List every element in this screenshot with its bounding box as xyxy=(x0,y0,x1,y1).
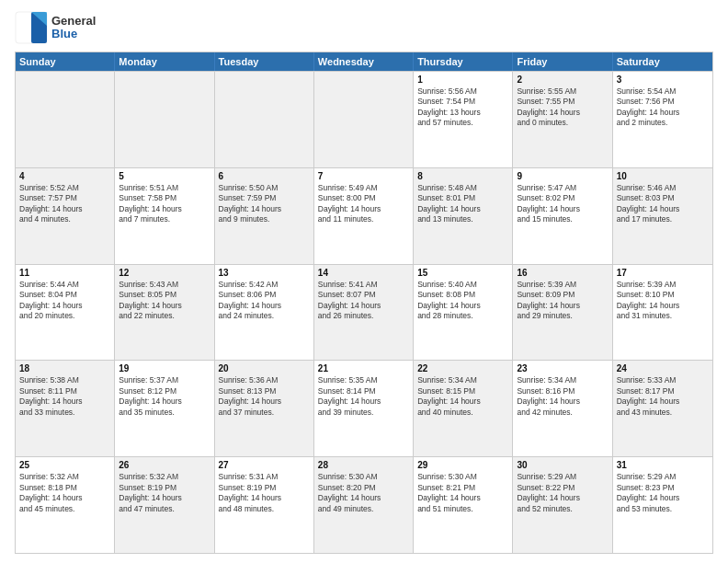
empty-cell xyxy=(314,72,414,167)
cell-line: Sunrise: 5:52 AM xyxy=(19,183,110,193)
cell-line: Sunrise: 5:41 AM xyxy=(318,280,409,290)
day-number: 26 xyxy=(119,460,210,470)
cell-line: Sunset: 8:10 PM xyxy=(617,290,709,300)
day-cell-18: 18Sunrise: 5:38 AMSunset: 8:11 PMDayligh… xyxy=(16,361,115,456)
day-number: 21 xyxy=(318,363,409,373)
day-cell-9: 9Sunrise: 5:47 AMSunset: 8:02 PMDaylight… xyxy=(513,168,612,264)
day-number: 29 xyxy=(417,460,508,470)
cell-line: Sunset: 8:15 PM xyxy=(417,386,508,396)
day-cell-30: 30Sunrise: 5:29 AMSunset: 8:22 PMDayligh… xyxy=(513,457,612,553)
cell-line: Sunrise: 5:48 AM xyxy=(417,183,508,193)
day-number: 15 xyxy=(417,268,508,278)
cell-line: Sunset: 8:04 PM xyxy=(19,290,110,300)
week-row-2: 4Sunrise: 5:52 AMSunset: 7:57 PMDaylight… xyxy=(16,167,712,264)
cell-line: Daylight: 14 hours xyxy=(617,396,709,407)
cell-line: Sunrise: 5:30 AM xyxy=(417,472,508,482)
day-cell-24: 24Sunrise: 5:33 AMSunset: 8:17 PMDayligh… xyxy=(613,361,712,456)
week-row-3: 11Sunrise: 5:44 AMSunset: 8:04 PMDayligh… xyxy=(16,264,712,361)
day-cell-21: 21Sunrise: 5:35 AMSunset: 8:14 PMDayligh… xyxy=(314,361,414,456)
day-cell-16: 16Sunrise: 5:39 AMSunset: 8:09 PMDayligh… xyxy=(513,265,612,361)
cell-line: Sunset: 8:07 PM xyxy=(318,290,409,300)
cell-line: Daylight: 14 hours xyxy=(417,301,508,311)
cell-line: Sunset: 8:09 PM xyxy=(517,290,608,300)
cell-line: and 37 minutes. xyxy=(219,408,310,418)
cell-line: Sunset: 8:00 PM xyxy=(318,193,409,203)
day-number: 22 xyxy=(417,363,508,373)
empty-cell xyxy=(16,72,115,167)
header: General Blue xyxy=(15,11,713,44)
cell-line: Daylight: 14 hours xyxy=(617,204,709,214)
day-number: 13 xyxy=(219,268,310,278)
cell-line: and 13 minutes. xyxy=(417,214,508,224)
day-number: 6 xyxy=(219,171,310,181)
header-day-saturday: Saturday xyxy=(613,52,712,71)
calendar-body: 1Sunrise: 5:56 AMSunset: 7:54 PMDaylight… xyxy=(16,71,712,553)
day-number: 4 xyxy=(19,171,110,181)
cell-line: Sunset: 7:55 PM xyxy=(517,97,608,107)
cell-line: Sunrise: 5:29 AM xyxy=(617,472,709,482)
empty-cell xyxy=(115,72,214,167)
day-number: 8 xyxy=(417,171,508,181)
cell-line: and 39 minutes. xyxy=(318,408,409,418)
day-number: 23 xyxy=(517,363,608,373)
cell-line: and 11 minutes. xyxy=(318,214,409,224)
day-number: 20 xyxy=(219,363,310,373)
day-cell-10: 10Sunrise: 5:46 AMSunset: 8:03 PMDayligh… xyxy=(613,168,712,264)
cell-line: Sunrise: 5:54 AM xyxy=(617,86,709,97)
cell-line: Sunrise: 5:50 AM xyxy=(219,183,310,193)
empty-cell xyxy=(215,72,314,167)
cell-line: Sunset: 8:17 PM xyxy=(617,386,709,396)
cell-line: Sunset: 8:02 PM xyxy=(517,193,608,203)
day-cell-15: 15Sunrise: 5:40 AMSunset: 8:08 PMDayligh… xyxy=(414,265,513,361)
cell-line: Sunrise: 5:39 AM xyxy=(617,280,709,290)
page: General Blue SundayMondayTuesdayWednesda… xyxy=(0,0,728,563)
cell-line: Sunrise: 5:44 AM xyxy=(19,280,110,290)
cell-line: Sunrise: 5:32 AM xyxy=(119,472,210,482)
cell-line: and 33 minutes. xyxy=(19,408,110,418)
day-cell-7: 7Sunrise: 5:49 AMSunset: 8:00 PMDaylight… xyxy=(314,168,414,264)
cell-line: and 22 minutes. xyxy=(119,311,210,321)
logo-svg xyxy=(15,11,48,44)
cell-line: and 40 minutes. xyxy=(417,408,508,418)
day-number: 24 xyxy=(617,363,709,373)
day-number: 11 xyxy=(19,268,110,278)
week-row-4: 18Sunrise: 5:38 AMSunset: 8:11 PMDayligh… xyxy=(16,360,712,456)
cell-line: Daylight: 14 hours xyxy=(219,204,310,214)
cell-line: Sunrise: 5:33 AM xyxy=(617,375,709,385)
cell-line: Daylight: 14 hours xyxy=(19,493,110,503)
cell-line: Daylight: 14 hours xyxy=(19,301,110,311)
cell-line: Daylight: 14 hours xyxy=(119,301,210,311)
cell-line: Daylight: 14 hours xyxy=(119,396,210,407)
day-cell-17: 17Sunrise: 5:39 AMSunset: 8:10 PMDayligh… xyxy=(613,265,712,361)
cell-line: Daylight: 14 hours xyxy=(517,301,608,311)
cell-line: and 57 minutes. xyxy=(417,118,508,128)
cell-line: Daylight: 14 hours xyxy=(517,108,608,118)
day-cell-1: 1Sunrise: 5:56 AMSunset: 7:54 PMDaylight… xyxy=(414,72,513,167)
day-number: 12 xyxy=(119,268,210,278)
cell-line: Daylight: 14 hours xyxy=(318,493,409,503)
cell-line: and 49 minutes. xyxy=(318,504,409,514)
header-day-sunday: Sunday xyxy=(16,52,115,71)
cell-line: Sunrise: 5:35 AM xyxy=(318,375,409,385)
day-cell-11: 11Sunrise: 5:44 AMSunset: 8:04 PMDayligh… xyxy=(16,265,115,361)
cell-line: and 29 minutes. xyxy=(517,311,608,321)
cell-line: Sunset: 8:19 PM xyxy=(219,483,310,493)
cell-line: Sunset: 7:59 PM xyxy=(219,193,310,203)
day-number: 25 xyxy=(19,460,110,470)
day-number: 19 xyxy=(119,363,210,373)
day-number: 1 xyxy=(417,75,508,85)
day-cell-28: 28Sunrise: 5:30 AMSunset: 8:20 PMDayligh… xyxy=(314,457,414,553)
cell-line: Sunset: 8:13 PM xyxy=(219,386,310,396)
day-number: 16 xyxy=(517,268,608,278)
day-cell-2: 2Sunrise: 5:55 AMSunset: 7:55 PMDaylight… xyxy=(513,72,612,167)
cell-line: Sunrise: 5:51 AM xyxy=(119,183,210,193)
cell-line: Sunrise: 5:37 AM xyxy=(119,375,210,385)
day-number: 17 xyxy=(617,268,709,278)
cell-line: Sunset: 8:20 PM xyxy=(318,483,409,493)
logo-text: General Blue xyxy=(51,15,96,41)
cell-line: Sunset: 8:18 PM xyxy=(19,483,110,493)
header-day-monday: Monday xyxy=(115,52,214,71)
cell-line: Daylight: 14 hours xyxy=(318,396,409,407)
week-row-1: 1Sunrise: 5:56 AMSunset: 7:54 PMDaylight… xyxy=(16,71,712,167)
day-number: 10 xyxy=(617,171,709,181)
